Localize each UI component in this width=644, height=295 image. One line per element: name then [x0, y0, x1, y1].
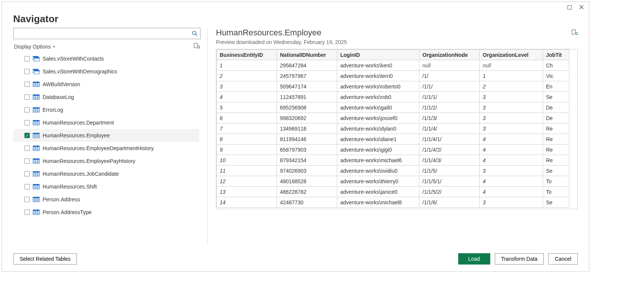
- column-header[interactable]: NationalIDNumber: [277, 50, 337, 60]
- tree-item-checkbox[interactable]: [24, 94, 30, 100]
- table-cell: /1/1/5/: [419, 166, 480, 176]
- tree-item-checkbox[interactable]: [24, 171, 30, 176]
- table-cell: adventure-works\thierry0: [337, 176, 419, 187]
- table-cell: 3: [480, 197, 543, 208]
- search-icon[interactable]: [190, 30, 200, 36]
- table-cell: 974026903: [277, 166, 337, 176]
- table-row[interactable]: 7134969118adventure-works\dylan0/1/1/4/3…: [217, 123, 569, 134]
- table-icon: [33, 81, 40, 87]
- tree-item-label: Sales.vStoreWithContacts: [43, 56, 104, 62]
- tree-item[interactable]: Sales.vStoreWithContacts: [13, 52, 199, 65]
- table-icon: [33, 120, 40, 126]
- table-row[interactable]: 9658797903adventure-works\gigi0/1/1/4/2/…: [217, 144, 569, 155]
- table-cell: /1/1/6/: [419, 197, 480, 208]
- column-header[interactable]: BusinessEntityID: [217, 50, 277, 60]
- refresh-icon[interactable]: [194, 43, 200, 50]
- table-row[interactable]: 13486228782adventure-works\janice0/1/1/5…: [217, 187, 569, 197]
- tree-item-label: Person.AddressType: [43, 209, 92, 215]
- table-icon: [33, 196, 40, 202]
- tree-item-checkbox[interactable]: [24, 210, 30, 215]
- tree-item[interactable]: Person.AddressType: [13, 206, 199, 219]
- tree-item[interactable]: AWBuildVersion: [13, 78, 199, 91]
- svg-point-3: [193, 31, 196, 35]
- tree-item[interactable]: DatabaseLog: [13, 91, 199, 103]
- tree-item[interactable]: ErrorLog: [13, 103, 199, 116]
- table-icon: [33, 184, 40, 190]
- dialog-header: Navigator: [2, 12, 589, 28]
- tree-item-checkbox[interactable]: [24, 184, 30, 189]
- table-cell: /1/1/5/1/: [419, 176, 480, 187]
- tree-item-checkbox[interactable]: ✓: [24, 133, 30, 138]
- column-header[interactable]: LoginID: [337, 50, 419, 60]
- table-cell: /1/1/1/: [419, 92, 480, 102]
- column-header[interactable]: OrganizationLevel: [480, 50, 543, 60]
- tree-item[interactable]: HumanResources.Shift: [13, 180, 199, 193]
- table-row[interactable]: 1442487730adventure-works\michael8/1/1/6…: [217, 197, 569, 208]
- table-cell: adventure-works\jossef0: [337, 113, 419, 123]
- table-cell: 998320692: [277, 113, 337, 123]
- table-cell: Re: [543, 144, 569, 155]
- search-box[interactable]: [13, 28, 200, 39]
- table-cell: 3: [480, 113, 543, 123]
- search-input[interactable]: [14, 28, 190, 39]
- tree-item-label: HumanResources.EmployeePayHistory: [43, 158, 135, 164]
- tree-item[interactable]: HumanResources.JobCandidate: [13, 167, 199, 180]
- tree-item[interactable]: Sales.vStoreWithDemographics: [13, 65, 199, 78]
- table-cell: 295847284: [277, 60, 337, 71]
- table-cell: Re: [543, 155, 569, 166]
- svg-rect-15: [33, 82, 40, 84]
- tree-item[interactable]: HumanResources.EmployeePayHistory: [13, 155, 199, 167]
- left-panel: Display Options ▾ Sales.vStoreWithContac…: [13, 28, 208, 244]
- table-cell: adventure-works\terri0: [337, 71, 419, 81]
- tree-item-checkbox[interactable]: [24, 69, 30, 74]
- preview-grid[interactable]: BusinessEntityIDNationalIDNumberLoginIDO…: [216, 49, 578, 209]
- table-row[interactable]: 1295847284adventure-works\ken0nullnullCh: [217, 60, 569, 71]
- tree-item-checkbox[interactable]: [24, 56, 30, 61]
- table-cell: Se: [543, 166, 569, 176]
- tree-item-label: HumanResources.EmployeeDepartmentHistory: [43, 145, 154, 151]
- tree-item-label: ErrorLog: [43, 107, 63, 113]
- table-cell: 1: [480, 71, 543, 81]
- column-header[interactable]: JobTit: [543, 50, 569, 60]
- tree-item-checkbox[interactable]: [24, 82, 30, 87]
- table-icon: [33, 94, 40, 100]
- window-maximize-button[interactable]: [563, 3, 575, 12]
- table-row[interactable]: 11974026903adventure-works\ovidiu0/1/1/5…: [217, 166, 569, 176]
- table-row[interactable]: 3509647174adventure-works\roberto0/1/1/2…: [217, 81, 569, 92]
- table-row[interactable]: 5695256908adventure-works\gail0/1/1/2/3D…: [217, 102, 569, 113]
- tree-item[interactable]: HumanResources.EmployeeDepartmentHistory: [13, 142, 199, 155]
- tree-item-checkbox[interactable]: [24, 158, 30, 164]
- window-close-button[interactable]: [575, 3, 587, 12]
- table-row[interactable]: 8811994146adventure-works\diane1/1/1/4/1…: [217, 134, 569, 144]
- table-cell: 4: [480, 144, 543, 155]
- column-header[interactable]: OrganizationNode: [419, 50, 480, 60]
- tree-item-checkbox[interactable]: [24, 107, 30, 113]
- view-icon: [33, 56, 40, 62]
- table-cell: Ch: [543, 60, 569, 71]
- table-cell: 3: [480, 102, 543, 113]
- tree-item-checkbox[interactable]: [24, 197, 30, 202]
- table-cell: 4: [480, 176, 543, 187]
- tree-item-checkbox[interactable]: [24, 120, 30, 125]
- select-related-tables-button[interactable]: Select Related Tables: [13, 253, 77, 265]
- tree-item[interactable]: Person.Address: [13, 193, 199, 206]
- transform-data-button[interactable]: Transform Data: [495, 253, 544, 265]
- table-row[interactable]: 6998320692adventure-works\jossef0/1/1/3/…: [217, 113, 569, 123]
- tree-item[interactable]: HumanResources.Department: [13, 116, 199, 129]
- table-cell: 811994146: [277, 134, 337, 144]
- tree-item[interactable]: ✓HumanResources.Employee: [13, 129, 199, 142]
- load-button[interactable]: Load: [458, 253, 490, 265]
- preview-refresh-icon[interactable]: [572, 28, 578, 38]
- table-row[interactable]: 4112457891adventure-works\rob0/1/1/1/3Se: [217, 92, 569, 102]
- table-row[interactable]: 12480168528adventure-works\thierry0/1/1/…: [217, 176, 569, 187]
- table-cell: adventure-works\diane1: [337, 134, 419, 144]
- table-cell: adventure-works\roberto0: [337, 81, 419, 92]
- display-options-dropdown[interactable]: Display Options ▾: [14, 44, 55, 50]
- table-row[interactable]: 10879342154adventure-works\michael6/1/1/…: [217, 155, 569, 166]
- table-cell: 4: [217, 92, 277, 102]
- table-row[interactable]: 2245797967adventure-works\terri0/1/1Vic: [217, 71, 569, 81]
- preview-title: HumanResources.Employee: [216, 28, 321, 38]
- cancel-button[interactable]: Cancel: [548, 253, 578, 265]
- tree-item-checkbox[interactable]: [24, 146, 30, 151]
- tables-tree[interactable]: Sales.vStoreWithContactsSales.vStoreWith…: [13, 52, 200, 244]
